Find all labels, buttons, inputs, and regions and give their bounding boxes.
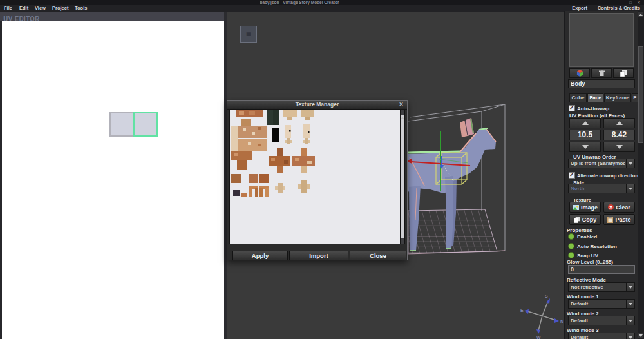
- atlas-pieces: [231, 110, 315, 197]
- menu-view[interactable]: View: [32, 5, 48, 12]
- texture-manager-titlebar[interactable]: Texture Manager ✕: [227, 101, 407, 110]
- viewport-texture-toggle-button[interactable]: ▦: [240, 26, 257, 43]
- dialog-scrollbar[interactable]: [400, 110, 405, 244]
- scroll-up-icon[interactable]: [638, 12, 643, 17]
- auto-resolution-label: Auto Resolution: [577, 244, 617, 249]
- snap-uv-label: Snap UV: [577, 253, 598, 258]
- toggle-on-icon: [568, 233, 574, 240]
- texture-paste-button[interactable]: Paste: [603, 214, 635, 225]
- dialog-close-icon[interactable]: ✕: [397, 101, 405, 109]
- image-icon: [573, 205, 579, 210]
- scroll-down-icon[interactable]: [638, 333, 643, 338]
- side-select[interactable]: North: [568, 184, 635, 193]
- properties-label: Properties: [567, 228, 592, 233]
- delete-element-button[interactable]: [591, 68, 612, 78]
- dialog-footer-strip: [227, 244, 407, 251]
- compass-west-label: W: [536, 335, 541, 339]
- menu-project[interactable]: Project: [50, 5, 71, 12]
- panel-scrollbar[interactable]: [638, 11, 644, 339]
- texture-copy-button[interactable]: Copy: [569, 214, 601, 225]
- texture-image-button[interactable]: Image: [569, 202, 601, 213]
- close-button-dialog[interactable]: Close: [350, 251, 406, 260]
- maximize-button[interactable]: □: [627, 0, 634, 5]
- menu-tools[interactable]: Tools: [72, 5, 90, 12]
- chevron-down-icon: [626, 159, 634, 168]
- window-titlebar[interactable]: baby.json - Vintage Story Model Creator …: [0, 0, 644, 5]
- chevron-down-icon: [626, 300, 634, 308]
- duplicate-icon: [620, 70, 627, 77]
- scroll-down-icon[interactable]: [401, 238, 404, 244]
- close-button[interactable]: ✕: [635, 0, 643, 5]
- menu-file[interactable]: File: [1, 5, 15, 12]
- copy-button-label: Copy: [582, 217, 597, 223]
- enabled-label: Enabled: [577, 234, 597, 240]
- auto-unwrap-label: Auto-Unwrap: [577, 106, 609, 111]
- checkbox-checked-icon: [569, 172, 575, 179]
- auto-resolution-toggle[interactable]: Auto Resolution: [568, 243, 617, 249]
- import-button[interactable]: Import: [289, 251, 348, 260]
- tab-face[interactable]: Face: [587, 93, 603, 102]
- copy-icon: [574, 217, 580, 223]
- alternate-unwrap-label: Alternate unwrap direction: [577, 173, 638, 179]
- uv-v-value[interactable]: 8.42: [603, 130, 635, 140]
- chevron-down-icon: [626, 283, 634, 291]
- texture-atlas: [230, 110, 400, 244]
- wind-mode-2-select[interactable]: Default: [568, 316, 635, 325]
- uv-face-left[interactable]: [109, 112, 134, 137]
- arrow-up-icon: [582, 121, 589, 125]
- clear-icon: [608, 204, 614, 210]
- uv-editor-canvas[interactable]: [2, 21, 224, 339]
- texture-manager-title: Texture Manager: [227, 101, 407, 109]
- reflective-mode-select[interactable]: Not reflective: [568, 282, 635, 292]
- enabled-toggle[interactable]: Enabled: [568, 233, 597, 240]
- scroll-up-icon[interactable]: [401, 110, 404, 115]
- tab-keyframe[interactable]: Keyframe: [604, 93, 631, 102]
- chevron-down-icon: [626, 316, 634, 325]
- wind-mode-3-select[interactable]: Default: [568, 333, 635, 339]
- arrow-down-icon: [616, 145, 623, 149]
- right-properties-panel: Cube Face Keyframe P Auto-Unwrap UV Posi…: [564, 11, 638, 339]
- auto-unwrap-checkbox[interactable]: Auto-Unwrap: [569, 105, 609, 111]
- apply-button[interactable]: Apply: [232, 251, 288, 260]
- uv-editor-header: UV EDITOR: [0, 12, 225, 21]
- uv-u-value[interactable]: 10.5: [569, 130, 601, 140]
- arrow-down-icon: [582, 145, 589, 149]
- arrow-up-icon: [616, 121, 623, 125]
- paste-icon: [607, 217, 613, 223]
- glow-level-label: Glow Level (0..255): [567, 259, 613, 265]
- texture-clear-button[interactable]: Clear: [603, 202, 635, 213]
- wind-mode-1-select[interactable]: Default: [568, 299, 635, 309]
- paste-button-label: Paste: [615, 217, 630, 223]
- duplicate-element-button[interactable]: [613, 68, 634, 78]
- uv-u-decrease-button[interactable]: [569, 142, 601, 152]
- checkbox-checked-icon: [569, 105, 575, 111]
- chevron-down-icon: [626, 333, 634, 339]
- wind-mode-3-value: Default: [571, 333, 625, 339]
- uv-v-decrease-button[interactable]: [603, 142, 635, 152]
- snap-uv-toggle[interactable]: Snap UV: [568, 252, 598, 258]
- unwrap-order-select[interactable]: Up is front (Saratymode): [568, 159, 635, 168]
- trash-icon: [599, 70, 605, 77]
- compass-north-label: N: [560, 319, 564, 324]
- wind-mode-1-value: Default: [571, 300, 625, 308]
- uv-u-increase-button[interactable]: [569, 118, 601, 128]
- cube-icon: [576, 70, 583, 77]
- compass-south-label: S: [545, 294, 548, 298]
- scrollbar-thumb[interactable]: [638, 46, 643, 143]
- chevron-down-icon: [626, 184, 634, 193]
- minimize-button[interactable]: –: [618, 0, 626, 5]
- element-name-field[interactable]: [568, 79, 635, 88]
- reflective-mode-value: Not reflective: [571, 283, 625, 291]
- toggle-on-icon: [568, 252, 574, 258]
- add-cube-button[interactable]: [569, 68, 590, 78]
- menu-edit[interactable]: Edit: [17, 5, 31, 12]
- glow-level-field[interactable]: [568, 265, 635, 274]
- wind-mode-2-value: Default: [571, 316, 625, 325]
- uv-v-increase-button[interactable]: [603, 118, 635, 128]
- uv-face-right-selected[interactable]: [133, 112, 158, 137]
- texture-atlas-canvas[interactable]: [229, 110, 401, 244]
- window-title: baby.json - Vintage Story Model Creator: [0, 0, 599, 5]
- tab-cube[interactable]: Cube: [569, 93, 587, 102]
- alternate-unwrap-checkbox[interactable]: Alternate unwrap direction: [569, 172, 638, 179]
- texture-preview-box: [569, 13, 634, 67]
